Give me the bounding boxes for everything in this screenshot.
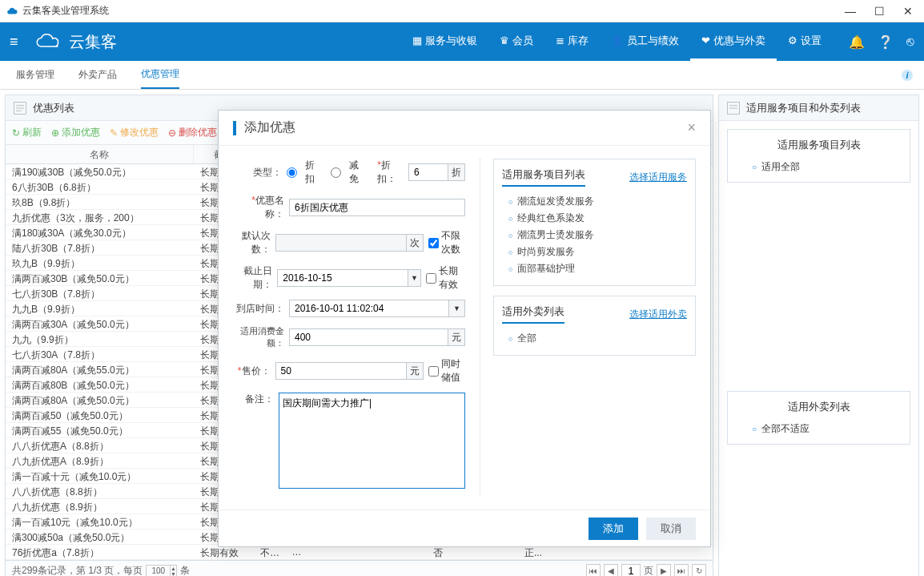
modal-cancel-button[interactable]: 取消 xyxy=(646,518,696,540)
discount-value-input[interactable] xyxy=(408,163,448,181)
radio-deduct[interactable]: 减免 xyxy=(331,159,367,186)
arrive-time-input[interactable] xyxy=(289,300,449,317)
price-input[interactable] xyxy=(275,362,407,380)
unlimited-checkbox[interactable]: 不限次数 xyxy=(428,229,466,256)
store-same-checkbox[interactable]: 同时储值 xyxy=(428,357,466,385)
select-service-link[interactable]: 选择适用服务 xyxy=(629,171,687,184)
long-valid-checkbox[interactable]: 长期有效 xyxy=(426,264,465,292)
apply-amount-input[interactable] xyxy=(289,328,448,346)
modal-accent-bar xyxy=(233,121,236,135)
list-item: 面部基础护理 xyxy=(508,260,687,277)
arrive-time-picker-button[interactable]: ▼ xyxy=(449,300,465,317)
modal-close-button[interactable]: × xyxy=(687,119,696,136)
end-date-input[interactable] xyxy=(277,269,408,287)
modal-overlay: 添加优惠 × 类型： 折扣 减免 *折扣： 折 *优惠名称： 默认次数： xyxy=(0,0,924,576)
promo-name-input[interactable] xyxy=(289,199,465,216)
default-count-input xyxy=(275,234,407,252)
remark-textarea[interactable] xyxy=(279,393,465,489)
list-item: 潮流男士烫发服务 xyxy=(508,227,687,244)
modal-title: 添加优惠 xyxy=(244,119,687,136)
select-takeout-link[interactable]: 选择适用外卖 xyxy=(629,308,687,321)
apply-takeout-section: 适用外卖列表 选择适用外卖 全部 xyxy=(493,296,696,356)
radio-discount[interactable]: 折扣 xyxy=(287,159,323,186)
list-item: 时尚剪发服务 xyxy=(508,244,687,260)
list-item: 潮流短发烫发服务 xyxy=(508,193,687,210)
apply-service-section: 适用服务项目列表 选择适用服务 潮流短发烫发服务经典红色系染发潮流男士烫发服务时… xyxy=(493,159,696,286)
list-item: 全部 xyxy=(508,330,687,347)
add-promo-modal: 添加优惠 × 类型： 折扣 减免 *折扣： 折 *优惠名称： 默认次数： xyxy=(218,110,711,547)
modal-ok-button[interactable]: 添加 xyxy=(589,518,638,540)
end-date-picker-button[interactable]: ▼ xyxy=(408,269,421,287)
list-item: 经典红色系染发 xyxy=(508,210,687,227)
